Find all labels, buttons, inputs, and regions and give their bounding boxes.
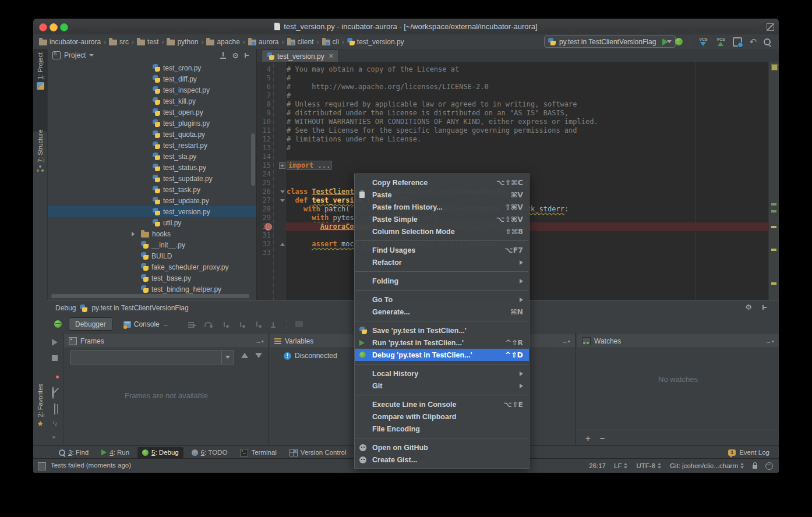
fold-collapse-icon[interactable] [280, 199, 285, 202]
tree-item-test-base-py[interactable]: test_base.py [48, 272, 256, 284]
git-branch-widget[interactable]: Git: jcohen/clie...charm [670, 462, 744, 469]
tree-item-test-update-py[interactable]: test_update.py [48, 195, 256, 206]
tree-item--init-py[interactable]: __init__.py [48, 239, 256, 250]
evaluate-expression-icon[interactable] [295, 321, 303, 327]
breadcrumb-item[interactable]: test_version.py [346, 38, 405, 46]
toolwindow-button-terminal[interactable]: Terminal [235, 447, 281, 458]
remove-watch-button[interactable]: − [600, 433, 605, 443]
tree-item-test-sla-py[interactable]: test_sla.py [48, 151, 256, 162]
hide-panel-icon[interactable] [762, 304, 768, 310]
line-separator-widget[interactable]: LF [614, 462, 628, 469]
project-panel-title[interactable]: Project [64, 51, 86, 59]
menu-item-go-to[interactable]: Go To [355, 293, 529, 306]
step-out-icon[interactable] [253, 321, 262, 328]
menu-item-copy-reference[interactable]: Copy Reference⌥⇧⌘C [355, 176, 529, 189]
breadcrumb-item[interactable]: test [136, 38, 160, 46]
frame-up-icon[interactable] [241, 353, 248, 358]
menu-item-find-usages[interactable]: Find Usages⌥F7 [355, 244, 529, 256]
menu-item-folding[interactable]: Folding [355, 275, 529, 287]
chevron-right-icon[interactable] [132, 232, 135, 236]
toolwindow-button-find[interactable]: 3: Find [54, 447, 93, 458]
step-over-icon[interactable] [204, 321, 213, 328]
chevron-down-icon[interactable] [221, 351, 234, 364]
tree-item-util-py[interactable]: util.py [48, 217, 256, 228]
menu-item-paste-from-history[interactable]: Paste from History...⇧⌘V [355, 201, 529, 213]
tree-item-test-inspect-py[interactable]: test_inspect.py [48, 84, 256, 95]
toolwindow-button-todo[interactable]: 6: TODO [187, 447, 232, 458]
vcs-update-button[interactable]: VCS [698, 38, 708, 46]
tree-item-test-supdate-py[interactable]: test_supdate.py [48, 173, 256, 184]
float-panel-icon[interactable]: →▪ [765, 338, 774, 345]
menu-item-execute-line-in-console[interactable]: Execute Line in Console⌥⇧E [355, 398, 529, 410]
hide-panel-icon[interactable] [245, 52, 250, 58]
tree-item-test-plugins-py[interactable]: test_plugins.py [48, 118, 256, 129]
stop-icon[interactable] [52, 355, 58, 361]
sidebar-item-structure[interactable]: 7: Structure [33, 126, 47, 203]
breadcrumb-item[interactable]: incubator-aurora [38, 38, 102, 46]
fold-collapse-icon[interactable] [280, 243, 285, 246]
toolwindow-toggle-icon[interactable] [38, 462, 46, 470]
add-watch-button[interactable]: + [585, 433, 591, 443]
show-execution-point-icon[interactable] [188, 321, 196, 328]
status-message[interactable]: Tests failed (moments ago) [51, 462, 131, 469]
breadcrumb-item[interactable]: aurora [247, 38, 280, 46]
mute-breakpoints-icon[interactable] [52, 387, 54, 399]
tree-item-build[interactable]: BUILD [48, 250, 256, 261]
close-tab-icon[interactable]: ✕ [329, 52, 334, 60]
lock-icon[interactable] [753, 465, 757, 469]
error-stripe[interactable] [768, 62, 779, 300]
horizontal-scrollbar[interactable] [51, 294, 249, 298]
encoding-widget[interactable]: UTF-8 [636, 462, 662, 469]
debug-button[interactable] [675, 38, 683, 45]
menu-item-git[interactable]: Git [355, 380, 529, 392]
menu-item-generate[interactable]: Generate...⌘N [355, 306, 529, 318]
breadcrumb-item[interactable]: src [108, 38, 130, 46]
caret-position[interactable]: 26:17 [589, 462, 606, 469]
tab-console[interactable]: Console → [117, 317, 175, 331]
inspection-status-square[interactable] [771, 64, 778, 70]
float-panel-icon[interactable]: →▪ [255, 338, 264, 345]
vertical-scrollbar[interactable] [251, 133, 255, 186]
menu-item-compare-with-clipboard[interactable]: Compare with Clipboard [355, 410, 529, 423]
undo-button[interactable]: ↶ [749, 38, 757, 45]
breadcrumb-item[interactable]: client [286, 38, 315, 46]
menu-item-save-py-test-in-testclien[interactable]: Save 'py.test in TestClien...' [355, 324, 529, 337]
tree-item-test-version-py[interactable]: test_version.py [48, 206, 256, 217]
fullscreen-icon[interactable] [767, 23, 774, 31]
stripe-mark[interactable] [771, 282, 776, 285]
menu-item-local-history[interactable]: Local History [355, 367, 529, 380]
search-everywhere-button[interactable] [764, 38, 771, 45]
fold-collapse-icon[interactable] [280, 190, 285, 193]
tree-item-fake-scheduler-proxy-py[interactable]: fake_scheduler_proxy.py [48, 261, 256, 272]
settings-sort-icon[interactable]: ↓z [52, 419, 57, 427]
stripe-mark[interactable] [771, 203, 776, 206]
restore-layout-icon[interactable] [54, 403, 55, 415]
step-into-icon[interactable] [221, 321, 229, 328]
menu-item-column-selection-mode[interactable]: Column Selection Mode⇧⌘8 [355, 225, 529, 238]
sidebar-item-favorites[interactable]: 2: Favorites ★ [33, 380, 47, 454]
tree-item-test-kill-py[interactable]: test_kill.py [48, 95, 256, 107]
breadcrumb-item[interactable]: python [165, 38, 199, 46]
highlighting-level-icon[interactable] [765, 462, 773, 470]
fold-expand-icon[interactable]: + [279, 162, 285, 169]
tab-debugger[interactable]: Debugger [69, 317, 112, 331]
menu-item-create-gist[interactable]: Create Gist... [355, 454, 529, 466]
toolwindow-button-version-control[interactable]: Version Control [285, 447, 351, 458]
folded-region[interactable]: import ... [287, 161, 332, 170]
toolwindow-button-debug[interactable]: 5: Debug [137, 447, 183, 458]
run-to-cursor-icon[interactable] [270, 321, 278, 328]
stripe-mark[interactable] [771, 210, 776, 213]
more-actions-icon[interactable]: » [52, 433, 55, 440]
menu-item-open-on-github[interactable]: Open on GitHub [355, 441, 529, 454]
resume-program-icon[interactable] [52, 339, 58, 346]
event-log-button[interactable]: 1Event Log [728, 449, 769, 456]
tree-item-test-binding-helper-py[interactable]: test_binding_helper.py [48, 284, 256, 295]
vcs-commit-button[interactable]: VCS [715, 38, 726, 46]
run-configuration-select[interactable]: py.test in TestClientVersionFlag [544, 36, 676, 48]
sidebar-item-project[interactable]: 1: Project [33, 49, 47, 132]
thread-selector[interactable] [70, 350, 234, 364]
tree-item-test-restart-py[interactable]: test_restart.py [48, 140, 256, 151]
menu-item-refactor[interactable]: Refactor [355, 256, 529, 268]
tree-item-hooks[interactable]: hooks [48, 228, 256, 239]
menu-item-paste[interactable]: Paste⌘V [355, 189, 529, 201]
